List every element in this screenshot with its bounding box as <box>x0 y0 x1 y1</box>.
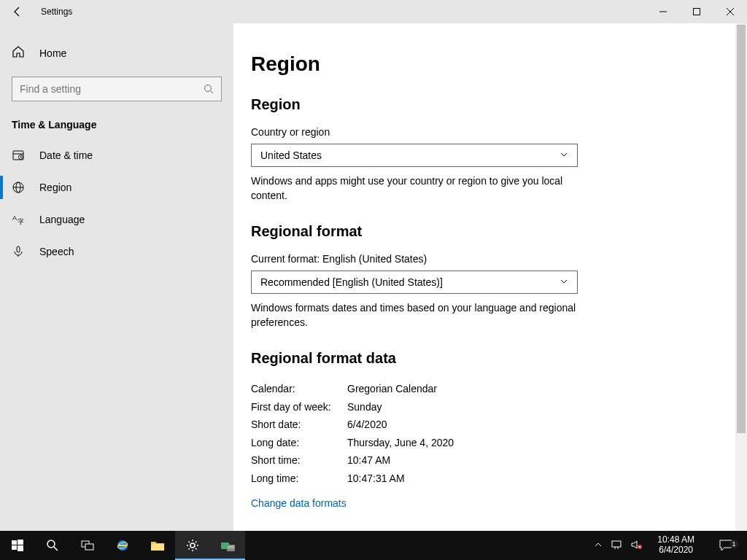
format-data-row: Long time:10:47:31 AM <box>251 470 613 488</box>
taskbar-ie[interactable] <box>105 531 140 560</box>
svg-point-29 <box>190 543 195 548</box>
minimize-icon <box>659 8 667 15</box>
gear-icon <box>186 539 199 552</box>
format-help-text: Windows formats dates and times based on… <box>251 301 578 330</box>
folder-icon <box>150 540 165 551</box>
tray-expand-button[interactable] <box>595 540 602 551</box>
notification-count: 1 <box>729 540 738 548</box>
sidebar-item-region[interactable]: Region <box>0 171 233 203</box>
scrollbar[interactable] <box>735 23 747 531</box>
tray-volume-icon[interactable] <box>631 540 643 552</box>
arrow-left-icon <box>12 6 23 18</box>
country-help-text: Windows and apps might use your country … <box>251 174 578 203</box>
svg-rect-1 <box>694 9 700 15</box>
minimize-button[interactable] <box>646 0 680 23</box>
search-icon <box>46 539 59 552</box>
taskbar-settings[interactable] <box>175 531 210 560</box>
svg-point-4 <box>205 85 212 92</box>
server-icon <box>220 539 235 552</box>
chevron-down-icon <box>560 149 568 161</box>
svg-point-22 <box>47 540 55 548</box>
svg-text:A: A <box>12 214 17 222</box>
svg-rect-25 <box>85 544 93 550</box>
svg-rect-40 <box>228 546 234 547</box>
microphone-icon <box>12 245 25 258</box>
sidebar-home[interactable]: Home <box>0 38 233 68</box>
format-data-row: Short date:6/4/2020 <box>251 416 613 434</box>
action-center-button[interactable]: 1 <box>709 540 743 551</box>
country-label: Country or region <box>251 126 613 138</box>
ie-icon <box>115 538 130 553</box>
windows-icon <box>12 540 23 551</box>
section-format-heading: Regional format <box>251 223 613 240</box>
svg-line-35 <box>196 548 197 550</box>
section-region-heading: Region <box>251 96 613 113</box>
sidebar-item-label: Language <box>39 214 85 225</box>
titlebar: Settings <box>0 0 747 23</box>
start-button[interactable] <box>0 531 35 560</box>
svg-rect-16 <box>17 246 20 252</box>
svg-rect-28 <box>151 544 164 551</box>
svg-line-34 <box>189 542 190 543</box>
sidebar-group-title: Time & Language <box>0 113 233 139</box>
task-view-icon <box>81 540 94 551</box>
current-format: Current format: English (United States) <box>251 253 613 265</box>
tray-network-icon[interactable] <box>611 540 622 552</box>
svg-rect-41 <box>228 548 234 548</box>
taskbar-search-button[interactable] <box>35 531 70 560</box>
scrollbar-thumb[interactable] <box>737 25 746 433</box>
svg-rect-42 <box>612 541 621 547</box>
taskbar-server-manager[interactable] <box>210 531 245 560</box>
system-tray: 10:48 AM 6/4/2020 1 <box>590 531 747 560</box>
taskbar-clock[interactable]: 10:48 AM 6/4/2020 <box>651 535 700 556</box>
maximize-icon <box>693 8 700 15</box>
sidebar-item-language[interactable]: A字 Language <box>0 203 233 236</box>
search-input[interactable] <box>20 83 204 95</box>
change-data-formats-link[interactable]: Change data formats <box>251 497 347 509</box>
task-view-button[interactable] <box>70 531 105 560</box>
network-icon <box>611 540 622 550</box>
svg-line-5 <box>211 91 214 94</box>
country-select[interactable]: United States <box>251 144 578 167</box>
back-button[interactable] <box>0 0 35 23</box>
taskbar: 10:48 AM 6/4/2020 1 <box>0 531 747 560</box>
svg-line-36 <box>189 548 190 550</box>
format-select[interactable]: Recommended [English (United States)] <box>251 271 578 294</box>
language-icon: A字 <box>12 213 25 226</box>
format-data-row: Calendar:Gregorian Calendar <box>251 380 613 398</box>
sidebar-item-label: Region <box>39 182 71 193</box>
format-data-row: First day of week:Sunday <box>251 398 613 416</box>
svg-rect-20 <box>12 545 17 550</box>
volume-muted-icon <box>631 540 643 550</box>
taskbar-explorer[interactable] <box>140 531 175 560</box>
maximize-button[interactable] <box>680 0 713 23</box>
sidebar-item-label: Speech <box>39 246 74 257</box>
svg-text:字: 字 <box>18 218 24 225</box>
sidebar: Home Time & Language Date & time Region … <box>0 23 233 531</box>
section-format-data-heading: Regional format data <box>251 350 613 367</box>
home-icon <box>12 45 25 61</box>
sidebar-home-label: Home <box>39 47 66 59</box>
svg-rect-21 <box>18 545 23 551</box>
chevron-up-icon <box>595 541 602 548</box>
format-data-row: Long date:Thursday, June 4, 2020 <box>251 434 613 452</box>
svg-line-23 <box>54 547 58 551</box>
svg-line-37 <box>196 542 197 543</box>
svg-rect-19 <box>18 540 23 545</box>
page-title: Region <box>251 52 613 76</box>
sidebar-item-speech[interactable]: Speech <box>0 236 233 268</box>
sidebar-item-label: Date & time <box>39 149 93 161</box>
search-icon <box>204 84 214 94</box>
close-button[interactable] <box>713 0 747 23</box>
search-box[interactable] <box>12 77 222 101</box>
chevron-down-icon <box>560 276 568 288</box>
content: Region Region Country or region United S… <box>233 23 747 531</box>
format-select-value: Recommended [English (United States)] <box>260 276 443 288</box>
close-icon <box>727 8 734 15</box>
country-select-value: United States <box>260 149 322 161</box>
calendar-clock-icon <box>12 149 25 162</box>
window-title: Settings <box>35 7 72 17</box>
sidebar-item-date-time[interactable]: Date & time <box>0 139 233 171</box>
format-data-row: Short time:10:47 AM <box>251 451 613 470</box>
globe-icon <box>12 181 25 194</box>
